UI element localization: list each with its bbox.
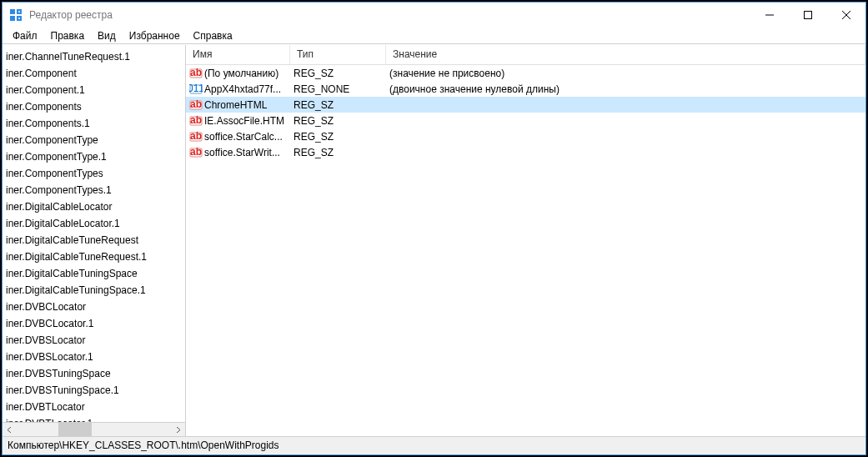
tree-item[interactable]: iner.DigitalCableLocator.1: [3, 215, 185, 232]
cell-type: REG_SZ: [290, 99, 386, 111]
svg-rect-2: [10, 16, 15, 21]
tree-item[interactable]: iner.DVBSTuningSpace: [3, 365, 185, 382]
menu-favorites[interactable]: Избранное: [123, 28, 187, 43]
cell-type: REG_SZ: [290, 131, 386, 143]
list-row[interactable]: abChromeHTMLREG_SZ: [186, 97, 865, 113]
svg-text:ab: ab: [190, 114, 202, 126]
svg-point-5: [18, 18, 20, 19]
tree-item[interactable]: iner.DVBCLocator.1: [3, 315, 185, 332]
tree-item[interactable]: iner.ComponentTypes.1: [3, 182, 185, 198]
tree-item[interactable]: iner.Components: [3, 98, 185, 115]
tree-item[interactable]: iner.Component: [3, 65, 185, 82]
cell-value: (двоичное значение нулевой длины): [386, 83, 865, 95]
binary-value-icon: 011: [189, 83, 203, 96]
tree-item[interactable]: iner.DVBSTuningSpace.1: [3, 382, 185, 399]
column-header-name[interactable]: Имя: [186, 45, 290, 64]
tree-item[interactable]: iner.DigitalCableTuningSpace.1: [3, 282, 185, 299]
menu-help[interactable]: Справка: [187, 28, 239, 43]
tree-item[interactable]: iner.Component.1: [3, 82, 185, 98]
cell-name: abIE.AssocFile.HTM: [186, 114, 290, 128]
tree-item[interactable]: iner.DVBTLocator: [3, 399, 185, 415]
cell-name: absoffice.StarWrit...: [186, 146, 290, 159]
tree-item[interactable]: iner.DigitalCableLocator: [3, 198, 185, 215]
tree-item[interactable]: iner.DVBCLocator: [3, 299, 185, 315]
cell-name: abChromeHTML: [186, 98, 290, 112]
list-row[interactable]: 011AppX4hxtad77f...REG_NONE(двоичное зна…: [186, 81, 865, 97]
value-name-label: IE.AssocFile.HTM: [204, 115, 284, 127]
svg-text:ab: ab: [190, 67, 202, 78]
menu-file[interactable]: Файл: [6, 28, 44, 43]
svg-text:ab: ab: [190, 98, 202, 110]
svg-text:011: 011: [189, 83, 203, 94]
cell-type: REG_SZ: [290, 147, 386, 158]
svg-point-4: [18, 11, 20, 13]
tree-item[interactable]: iner.ChannelTuneRequest.1: [3, 48, 185, 65]
tree-item[interactable]: iner.DigitalCableTuneRequest: [3, 232, 185, 249]
svg-text:ab: ab: [190, 130, 202, 142]
string-value-icon: ab: [189, 98, 203, 112]
list-row[interactable]: ab(По умолчанию)REG_SZ(значение не присв…: [186, 65, 865, 81]
tree-item[interactable]: iner.ComponentType: [3, 132, 185, 148]
cell-name: absoffice.StarCalc...: [186, 130, 290, 143]
tree-item[interactable]: iner.DigitalCableTuneRequest.1: [3, 249, 185, 265]
menu-view[interactable]: Вид: [91, 28, 123, 43]
value-name-label: ChromeHTML: [204, 99, 267, 111]
scroll-thumb[interactable]: [58, 423, 92, 436]
window-title: Редактор реестра: [29, 9, 750, 21]
cell-type: REG_SZ: [290, 115, 386, 127]
list-row[interactable]: abIE.AssocFile.HTMREG_SZ: [186, 113, 865, 128]
menubar: Файл Правка Вид Избранное Справка: [3, 28, 865, 44]
cell-name: ab(По умолчанию): [186, 67, 290, 80]
value-name-label: (По умолчанию): [204, 68, 278, 79]
tree-item[interactable]: iner.DVBSLocator.1: [3, 349, 185, 365]
value-name-label: soffice.StarWrit...: [204, 147, 280, 158]
list-row[interactable]: absoffice.StarWrit...REG_SZ: [186, 144, 865, 160]
list-body[interactable]: ab(По умолчанию)REG_SZ(значение не присв…: [186, 65, 865, 436]
string-value-icon: ab: [189, 130, 203, 143]
tree-list[interactable]: iner.ChannelTuneRequest.1iner.Componenti…: [3, 45, 185, 422]
registry-editor-window: Редактор реестра Файл Правка Вид Избранн…: [2, 2, 866, 455]
tree-item[interactable]: iner.ComponentType.1: [3, 148, 185, 165]
list-header: Имя Тип Значение: [186, 45, 865, 65]
horizontal-scrollbar[interactable]: [3, 422, 185, 436]
tree-panel: iner.ChannelTuneRequest.1iner.Componenti…: [3, 45, 186, 436]
value-name-label: soffice.StarCalc...: [204, 131, 283, 143]
app-icon: [9, 8, 23, 22]
string-value-icon: ab: [189, 114, 203, 128]
tree-item[interactable]: iner.DVBTLocator.1: [3, 415, 185, 422]
string-value-icon: ab: [189, 146, 203, 159]
string-value-icon: ab: [189, 67, 203, 80]
close-button[interactable]: [827, 3, 865, 28]
svg-text:ab: ab: [190, 146, 202, 158]
tree-item[interactable]: iner.DigitalCableTuningSpace: [3, 265, 185, 282]
svg-rect-0: [10, 9, 15, 14]
content-area: iner.ChannelTuneRequest.1iner.Componenti…: [3, 44, 865, 436]
cell-value: (значение не присвоено): [386, 68, 865, 79]
value-name-label: AppX4hxtad77f...: [204, 83, 281, 95]
window-controls: [750, 3, 865, 28]
cell-type: REG_SZ: [290, 68, 386, 79]
svg-rect-6: [805, 12, 812, 19]
column-header-type[interactable]: Тип: [290, 45, 386, 64]
statusbar-path: Компьютер\HKEY_CLASSES_ROOT\.htm\OpenWit…: [8, 439, 279, 451]
maximize-button[interactable]: [789, 3, 827, 28]
list-panel: Имя Тип Значение ab(По умолчанию)REG_SZ(…: [186, 45, 865, 436]
list-row[interactable]: absoffice.StarCalc...REG_SZ: [186, 128, 865, 144]
cell-name: 011AppX4hxtad77f...: [186, 83, 290, 96]
menu-edit[interactable]: Правка: [44, 28, 92, 43]
titlebar[interactable]: Редактор реестра: [3, 3, 865, 28]
scroll-left-icon[interactable]: [3, 423, 17, 437]
statusbar: Компьютер\HKEY_CLASSES_ROOT\.htm\OpenWit…: [3, 436, 865, 454]
tree-item[interactable]: iner.ComponentTypes: [3, 165, 185, 182]
minimize-button[interactable]: [750, 3, 789, 28]
tree-item[interactable]: iner.Components.1: [3, 115, 185, 132]
scroll-track[interactable]: [17, 423, 171, 436]
scroll-right-icon[interactable]: [171, 423, 185, 437]
cell-type: REG_NONE: [290, 83, 386, 95]
tree-item[interactable]: iner.DVBSLocator: [3, 332, 185, 349]
column-header-value[interactable]: Значение: [386, 45, 865, 64]
